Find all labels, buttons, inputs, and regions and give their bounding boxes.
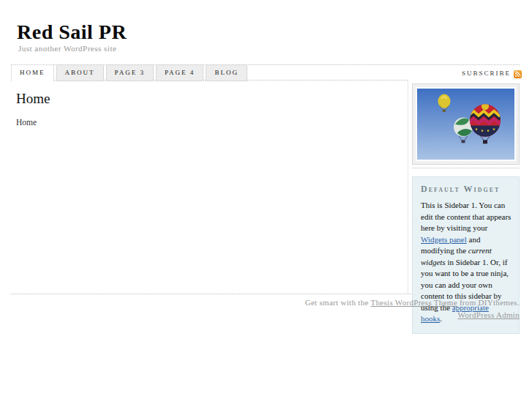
text-segment: This is Sidebar 1. You can edit the cont… — [421, 201, 511, 232]
page-link-home[interactable]: Home — [16, 118, 37, 127]
nav-tab-page3[interactable]: Page 3 — [106, 64, 154, 81]
rss-icon[interactable] — [514, 68, 522, 76]
sidebar-divider — [412, 168, 520, 168]
inline-link[interactable]: WordPress Admin — [457, 310, 520, 319]
text-segment: from DIYthemes. — [457, 298, 520, 307]
nav-tab-page4[interactable]: Page 4 — [156, 64, 203, 81]
subscribe-link[interactable]: Subscribe — [462, 70, 511, 77]
footer-credit: Get smart with the Thesis WordPress Them… — [154, 298, 520, 307]
inline-link[interactable]: Thesis WordPress Theme — [371, 298, 457, 307]
site-tagline: Just another WordPress site — [18, 44, 116, 53]
text-segment: Get smart with the — [305, 298, 371, 307]
widget-title: Default Widget — [421, 184, 512, 195]
inline-link[interactable]: Widgets panel — [421, 235, 467, 244]
content-sidebar-divider — [408, 81, 408, 294]
nav-tab-home[interactable]: Home — [11, 64, 54, 82]
hot-air-balloons-photo — [417, 89, 514, 160]
nav-tab-about[interactable]: About — [56, 64, 104, 81]
page-title: Home — [16, 91, 50, 107]
footer-admin: WordPress Admin — [154, 310, 520, 319]
sidebar-image-widget — [412, 83, 520, 165]
nav-tab-blog[interactable]: Blog — [206, 64, 247, 81]
main-navigation: Home About Page 3 Page 4 Blog — [11, 64, 247, 82]
site-title: Red Sail PR — [17, 20, 127, 44]
photo-mat — [416, 87, 516, 161]
